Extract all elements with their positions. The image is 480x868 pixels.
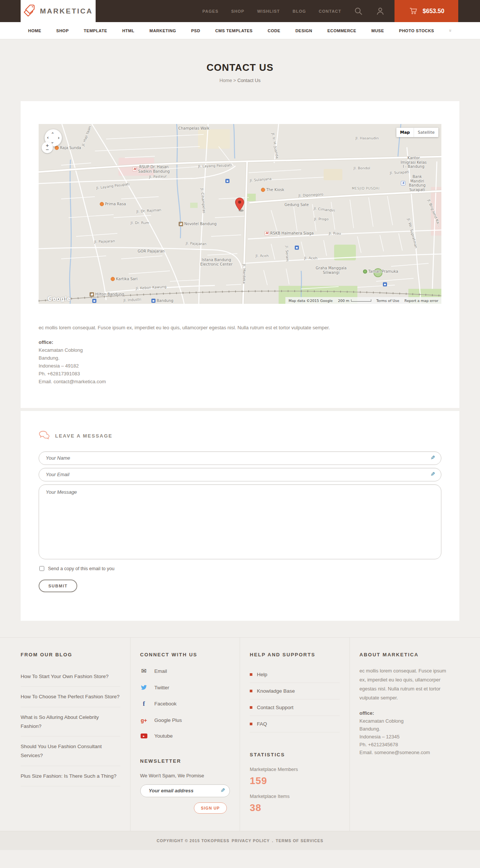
top-nav-wishlist[interactable]: WISHLIST (257, 9, 280, 13)
office-info: office: Kecamatan Coblong Bandung. Indon… (39, 338, 441, 385)
chat-bubbles-icon (39, 430, 50, 442)
blog-post-link[interactable]: Plus Size Fashion: Is There Such a Thing… (21, 766, 120, 787)
map-label: Taman Pramuka (363, 269, 398, 274)
square-bullet-icon (250, 723, 252, 725)
map-poi-icon (401, 181, 405, 185)
cart-button[interactable]: $653.50 (394, 0, 458, 22)
catnav-psd[interactable]: PSD (191, 28, 200, 33)
pan-up-icon[interactable]: › (50, 132, 55, 134)
about-office-line: Indonesia – 12345 (360, 733, 450, 741)
catnav-home[interactable]: HOME (28, 28, 41, 33)
about-office-line: Bandung. (360, 725, 450, 733)
breadcrumb-current: Contact Us (237, 78, 261, 83)
privacy-policy-link[interactable]: PRIVACY POLICY (232, 838, 270, 843)
breadcrumb-home[interactable]: Home (219, 78, 232, 83)
help-link[interactable]: Help (250, 666, 340, 683)
catnav-marketing[interactable]: MARKETING (150, 28, 176, 33)
catnav-photo-stocks[interactable]: PHOTO STOCKS (399, 28, 434, 33)
catnav-shop[interactable]: SHOP (56, 28, 69, 33)
catnav-muse[interactable]: MUSE (371, 28, 384, 33)
footer-about-column: ABOUT MARKETICA ec mollis lorem consequa… (350, 638, 460, 831)
bottom-bar: COPYRIGHT © 2015 TOKOPRESS PRIVACY POLIC… (0, 831, 480, 850)
square-bullet-icon (250, 673, 252, 676)
pan-left-icon[interactable]: › (47, 136, 49, 140)
terms-link[interactable]: TERMS OF SERVICES (276, 838, 323, 843)
catnav-template[interactable]: TEMPLATE (84, 28, 107, 33)
bottom-separator: . (272, 838, 273, 843)
about-column-title: ABOUT MARKETICA (360, 652, 450, 657)
send-copy-checkbox[interactable] (39, 566, 44, 571)
submit-button[interactable]: SUBMIT (39, 580, 77, 592)
footer: FROM OUR BLOG How To Start Your Own Fash… (0, 637, 480, 831)
map-zoom-control[interactable]: +− (42, 142, 53, 153)
blog-post-link[interactable]: How To Choose The Perfect Fashion Store? (21, 687, 120, 707)
chevron-down-icon[interactable]: » (448, 29, 453, 32)
map-poi-icon (132, 167, 137, 171)
top-nav: PAGES SHOP WISHLIST BLOG CONTACT (202, 0, 394, 22)
map-type-map-button[interactable]: Map (396, 128, 414, 137)
about-text: ec mollis lorem consequat. Fusce ipsum e… (360, 666, 450, 702)
catnav-design[interactable]: DESIGN (296, 28, 312, 33)
google-map[interactable]: Champelas Walk Jl. Hasanudin Raja Sunda … (39, 124, 441, 304)
cart-icon (408, 6, 418, 17)
social-link-facebook[interactable]: f Facebook (140, 700, 230, 708)
search-icon[interactable] (354, 7, 363, 16)
help-link[interactable]: Knowladge Base (250, 683, 340, 699)
map-type-control: Map Satellite (396, 128, 438, 137)
map-label: Jl. Pajajaran (186, 242, 207, 247)
catnav-cms-templates[interactable]: CMS TEMPLATES (215, 28, 253, 33)
logo[interactable]: MARKETICA (21, 0, 96, 22)
catnav-code[interactable]: CODE (268, 28, 280, 33)
social-link-youtube[interactable]: Youtube (140, 733, 230, 739)
stat-members-label: Marketplace Members (250, 766, 340, 772)
blog-post-link[interactable]: What is So Alluring About Celebrity Fash… (21, 707, 120, 737)
name-input[interactable] (39, 451, 441, 465)
map-poi-icon (295, 246, 299, 250)
top-nav-contact[interactable]: CONTACT (319, 9, 341, 13)
breadcrumb-separator: > (233, 78, 236, 83)
map-poi-icon (363, 270, 367, 274)
youtube-icon (140, 734, 148, 738)
map-label: Jl. Aceh (256, 254, 269, 258)
map-label: Raja Sunda (55, 146, 81, 150)
user-icon[interactable] (376, 7, 385, 16)
map-report-error-link[interactable]: Report a map error (405, 299, 438, 303)
map-poi-icon (265, 231, 269, 236)
map-label: Jl. Aceh (304, 256, 318, 260)
map-label: Prima Rasa (100, 202, 126, 206)
zoom-out-icon[interactable]: − (45, 148, 49, 152)
map-label (225, 179, 231, 183)
office-line: Bandung. (39, 354, 441, 362)
map-type-satellite-button[interactable]: Satellite (414, 128, 438, 137)
message-textarea[interactable] (39, 484, 441, 559)
stat-members-value: 159 (250, 775, 340, 787)
contact-info-card: Champelas Walk Jl. Hasanudin Raja Sunda … (21, 101, 459, 408)
top-nav-blog[interactable]: BLOG (292, 9, 306, 13)
newsletter-email-input[interactable] (140, 784, 230, 797)
top-nav-pages[interactable]: PAGES (202, 9, 219, 13)
blog-post-link[interactable]: Should You Use Fashion Consultant Servic… (21, 737, 120, 766)
help-link[interactable]: Contact Support (250, 699, 340, 716)
map-poi-icon (383, 282, 387, 287)
pen-icon: ✎ (430, 454, 435, 461)
copyright-text: COPYRIGHT © 2015 TOKOPRESS (157, 838, 230, 843)
help-link[interactable]: FAQ (250, 716, 340, 732)
map-poi-icon (261, 188, 265, 192)
pan-right-icon[interactable]: › (58, 136, 60, 140)
map-label: The Kiosk (261, 188, 284, 192)
social-link-email[interactable]: ✉ Email (140, 667, 230, 675)
social-link-twitter[interactable]: Twitter (140, 685, 230, 690)
signup-button[interactable]: SIGN UP (194, 802, 227, 814)
map-terms-link[interactable]: Terms of Use (376, 299, 399, 303)
map-scale-bar (351, 299, 371, 302)
email-input[interactable] (39, 468, 441, 481)
map-attribution: Map data ©2015 Google 200 m Terms of Use… (285, 297, 441, 304)
form-heading: LEAVE A MESSAGE (39, 430, 441, 442)
top-nav-shop[interactable]: SHOP (231, 9, 244, 13)
google-logo: Google (48, 296, 71, 302)
catnav-ecommerce[interactable]: ECOMMERCE (327, 28, 356, 33)
social-link-google-plus[interactable]: g+ Google Plus (140, 717, 230, 723)
footer-help-column: HELP AND SUPPORTS Help Knowladge Base Co… (240, 638, 350, 831)
blog-post-link[interactable]: How To Start Your Own Fashion Store? (21, 666, 120, 687)
catnav-html[interactable]: HTML (122, 28, 135, 33)
